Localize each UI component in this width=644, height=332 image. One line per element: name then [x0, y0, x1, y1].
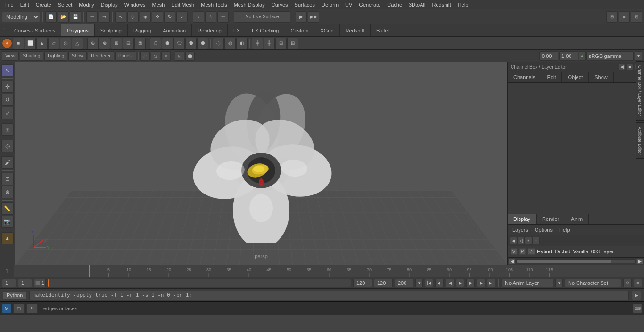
layers-subtab[interactable]: Layers	[511, 226, 530, 234]
menu-file[interactable]: File	[2, 1, 17, 8]
extrude-btn[interactable]: ⬡	[150, 38, 161, 49]
channel-box-side-label[interactable]: Channel Box / Layer Editor	[636, 61, 644, 121]
vp-isolate-icon[interactable]: ◎	[151, 51, 160, 61]
anim-tab[interactable]: Anim	[565, 214, 589, 224]
shading-menu-btn[interactable]: Shading	[20, 51, 44, 61]
render-tab[interactable]: Render	[537, 214, 565, 224]
menu-select[interactable]: Select	[55, 1, 76, 8]
show-manip-btn[interactable]: ⊡	[1, 173, 14, 185]
color-space-label[interactable]: sRGB gamma	[586, 51, 634, 61]
python-run-btn[interactable]: ▶	[632, 291, 641, 300]
python-label[interactable]: Python	[3, 292, 26, 299]
menu-mesh-tools[interactable]: Mesh Tools	[198, 1, 230, 8]
tab-rendering[interactable]: Rendering	[192, 24, 228, 36]
render-button[interactable]: ▶	[296, 11, 307, 23]
lasso-tool-button[interactable]: ◇	[127, 11, 139, 23]
anim-options-btn[interactable]: ≡	[634, 279, 642, 287]
vp-smooth-btn[interactable]: ⬤	[185, 51, 195, 61]
tab-curves-surfaces[interactable]: Curves / Surfaces	[8, 24, 61, 36]
tab-xgen[interactable]: XGen	[314, 24, 339, 36]
timeline-ruler[interactable]: 5101520253035404550556065707580859095100…	[14, 265, 644, 277]
extract-btn[interactable]: ⊞	[111, 38, 122, 49]
maya-logo-icon[interactable]: M	[2, 304, 11, 313]
connect-btn[interactable]: ⊞	[287, 38, 298, 49]
lighting-menu-btn[interactable]: Lighting	[44, 51, 67, 61]
edit-btn[interactable]: Edit	[541, 72, 562, 82]
menu-display[interactable]: Display	[98, 1, 121, 8]
combine-btn[interactable]: ⊕	[87, 38, 99, 49]
scroll-right-btn[interactable]: ▶	[636, 259, 643, 264]
range-end-field[interactable]: 120	[353, 279, 372, 287]
range-dropdown-btn[interactable]: ▾	[415, 279, 423, 287]
menu-modify[interactable]: Modify	[75, 1, 97, 8]
offset-edge-btn[interactable]: ╫	[264, 38, 275, 49]
panels-menu-btn[interactable]: Panels	[115, 51, 136, 61]
redo-button[interactable]: ↪	[99, 11, 110, 23]
attribute-editor-side-label[interactable]: Attribute Editor	[636, 122, 644, 159]
channels-btn[interactable]: Channels	[508, 72, 541, 82]
menu-3dtall[interactable]: 3DtoAll	[405, 1, 429, 8]
reduce-btn[interactable]: ◍	[224, 38, 236, 49]
scale-btn[interactable]: ⤢	[1, 107, 14, 119]
transform-panel-button[interactable]: ⊞	[606, 11, 618, 23]
taskbar-restore-btn[interactable]: □	[13, 304, 25, 313]
total-frames-field[interactable]: 200	[395, 279, 413, 287]
select-tool-button[interactable]: ↖	[115, 11, 126, 23]
menu-windows[interactable]: Windows	[121, 1, 149, 8]
cb-collapse-btn[interactable]: ◀	[619, 64, 625, 70]
attr-editor-button[interactable]: ⊡	[631, 11, 642, 23]
mode-dropdown[interactable]: ModelingRiggingAnimationFXRendering	[2, 12, 40, 22]
menu-mesh[interactable]: Mesh	[149, 1, 168, 8]
append-btn[interactable]: ⬠	[173, 38, 185, 49]
open-file-button[interactable]: 📂	[58, 11, 69, 23]
undo-button[interactable]: ↩	[86, 11, 98, 23]
viewport[interactable]: persp X Y Z	[15, 62, 507, 265]
mirror-btn[interactable]: ⊠	[134, 38, 146, 49]
menu-mesh-display[interactable]: Mesh Display	[231, 1, 268, 8]
layer-playback-btn[interactable]: P	[519, 248, 526, 255]
next-key-btn[interactable]: |▶	[477, 279, 485, 287]
tab-bullet[interactable]: Bullet	[371, 24, 396, 36]
prev-frame-btn[interactable]: ◀	[446, 279, 454, 287]
menu-cache[interactable]: Cache	[384, 1, 405, 8]
color-space-btn[interactable]: ●	[579, 51, 586, 61]
go-end-btn[interactable]: ▶|	[487, 279, 495, 287]
renderer-menu-btn[interactable]: Renderer	[88, 51, 114, 61]
save-file-button[interactable]: 💾	[70, 11, 81, 23]
measure-btn[interactable]: 📏	[1, 202, 14, 215]
menu-help[interactable]: Help	[454, 1, 472, 8]
smooth-btn[interactable]: ◌	[213, 38, 224, 49]
sculpt-paint-btn[interactable]: 🖌	[1, 156, 14, 169]
go-start-btn[interactable]: |◀	[425, 279, 433, 287]
preview-checkbox[interactable]: 1	[34, 279, 46, 287]
anim-layer-dropdown-btn[interactable]: ▾	[555, 279, 563, 287]
paint-select-button[interactable]: ◈	[140, 11, 151, 23]
tab-polygons[interactable]: Polygons	[61, 24, 94, 36]
boolean-btn[interactable]: ⊟	[123, 38, 134, 49]
scroll-left-btn[interactable]: ◀	[509, 259, 515, 264]
camera-btn[interactable]: 📷	[1, 216, 14, 228]
play-btn[interactable]: ▶	[456, 279, 464, 287]
color-space-dropdown[interactable]: ▾	[635, 51, 642, 61]
python-command-input[interactable]	[29, 291, 629, 300]
cube-btn[interactable]: ■	[13, 38, 24, 49]
tab-animation[interactable]: Animation	[157, 24, 192, 36]
menu-uv[interactable]: UV	[342, 1, 355, 8]
plane-btn[interactable]: ▱	[48, 38, 59, 49]
wedge-btn[interactable]: ⬣	[197, 38, 208, 49]
field2[interactable]: 1	[18, 279, 32, 287]
torus-btn[interactable]: ◎	[60, 38, 71, 49]
playback-end-field[interactable]: 120	[374, 279, 393, 287]
char-set-field[interactable]: No Character Set	[565, 279, 621, 287]
cylinder-btn[interactable]: ⬜	[25, 38, 36, 49]
char-set-options-btn[interactable]: ⚙	[623, 279, 632, 287]
menu-deform[interactable]: Deform	[318, 1, 342, 8]
layer-scrollbar[interactable]: ◀ ▶	[508, 257, 644, 265]
universal-manip-btn[interactable]: ⊞	[1, 123, 14, 136]
soft-select-btn[interactable]: ◎	[1, 140, 14, 152]
layer-color-btn[interactable]: /	[528, 248, 535, 255]
tab-scroll-left[interactable]: ⋮	[0, 24, 8, 37]
fill-btn[interactable]: ⬟	[185, 38, 197, 49]
snap-together-btn[interactable]: ⊕	[1, 186, 14, 198]
prev-key-btn[interactable]: ◀|	[435, 279, 444, 287]
